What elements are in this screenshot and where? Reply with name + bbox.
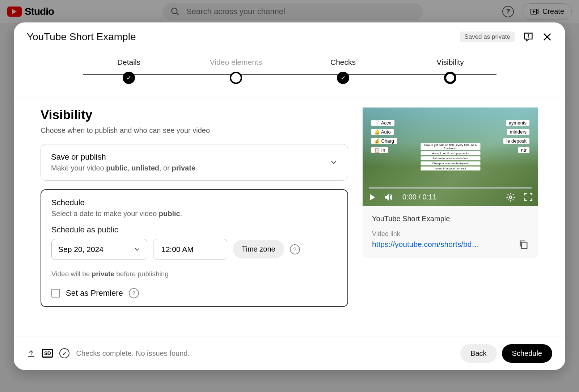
check-icon: ✓	[126, 74, 132, 82]
fullscreen-icon[interactable]	[524, 192, 533, 202]
time-input[interactable]: 12:00 AM	[153, 239, 227, 260]
preview-info: YouTube Short Example Video link https:/…	[363, 206, 538, 258]
premiere-checkbox[interactable]	[51, 289, 60, 298]
chevron-down-icon	[134, 246, 140, 253]
card-title: Save or publish	[51, 152, 338, 162]
dialog-footer: SD ✓ Checks complete. No issues found. B…	[14, 337, 565, 370]
back-button[interactable]: Back	[460, 344, 496, 363]
schedule-button[interactable]: Schedule	[502, 344, 552, 363]
help-icon[interactable]: ?	[129, 288, 139, 298]
checks-text: Checks complete. No issues found.	[76, 349, 190, 358]
checks-ok-icon: ✓	[59, 348, 69, 358]
dialog-body: Visibility Choose when to publish and wh…	[14, 97, 565, 337]
step-details[interactable]: Details ✓	[75, 58, 182, 84]
video-preview-card: 📄 Acceayments 🔔 Autominders 💰 Chargle de…	[363, 108, 538, 258]
volume-icon[interactable]	[384, 192, 394, 202]
settings-icon[interactable]	[506, 192, 516, 202]
timezone-button[interactable]: Time zone	[233, 240, 284, 258]
close-button[interactable]	[542, 32, 552, 42]
step-visibility[interactable]: Visibility	[397, 58, 504, 84]
sd-badge: SD	[42, 349, 53, 358]
dialog-header: YouTube Short Example Saved as private	[14, 22, 565, 51]
feedback-icon[interactable]	[523, 32, 533, 42]
premiere-label: Set as Premiere	[66, 288, 123, 298]
video-link[interactable]: https://youtube.com/shorts/bd…	[372, 240, 479, 249]
section-heading: Visibility	[41, 108, 348, 122]
schedule-as-public-label: Schedule as public	[51, 225, 337, 235]
section-subtitle: Choose when to publish and who can see y…	[41, 126, 348, 135]
card-subtitle: Select a date to make your video public.	[51, 210, 337, 218]
upload-dialog: YouTube Short Example Saved as private D…	[14, 22, 565, 370]
upload-status-icon	[27, 349, 35, 358]
svg-point-6	[528, 37, 529, 38]
date-value: Sep 20, 2024	[58, 245, 103, 254]
step-checks[interactable]: Checks ✓	[290, 58, 397, 84]
step-video-elements[interactable]: Video elements	[182, 58, 290, 84]
card-title: Schedule	[51, 198, 337, 207]
video-controls: 0:00 / 0:11	[363, 189, 538, 206]
svg-rect-10	[521, 242, 527, 249]
date-select[interactable]: Sep 20, 2024	[51, 239, 147, 260]
video-link-label: Video link	[372, 230, 529, 238]
check-icon: ✓	[341, 74, 346, 82]
copy-button[interactable]	[519, 239, 529, 249]
chevron-down-icon	[330, 158, 338, 166]
time-value: 12:00 AM	[161, 245, 194, 254]
schedule-note: Video will be private before publishing	[51, 270, 337, 278]
video-preview[interactable]: 📄 Acceayments 🔔 Autominders 💰 Chargle de…	[363, 108, 538, 206]
preview-title: YouTube Short Example	[372, 215, 529, 223]
help-icon[interactable]: ?	[290, 244, 300, 254]
dialog-title: YouTube Short Example	[27, 31, 136, 43]
play-icon[interactable]	[368, 193, 376, 202]
save-or-publish-card[interactable]: Save or publish Make your video public, …	[41, 144, 348, 181]
svg-point-9	[510, 196, 512, 198]
card-subtitle: Make your video public, unlisted, or pri…	[51, 164, 338, 172]
modal-overlay: YouTube Short Example Saved as private D…	[0, 0, 579, 392]
stepper: Details ✓ Video elements Checks ✓ Visibi…	[14, 51, 565, 97]
saved-badge: Saved as private	[460, 31, 515, 42]
video-time: 0:00 / 0:11	[402, 193, 437, 201]
schedule-card: Schedule Select a date to make your vide…	[41, 189, 348, 307]
